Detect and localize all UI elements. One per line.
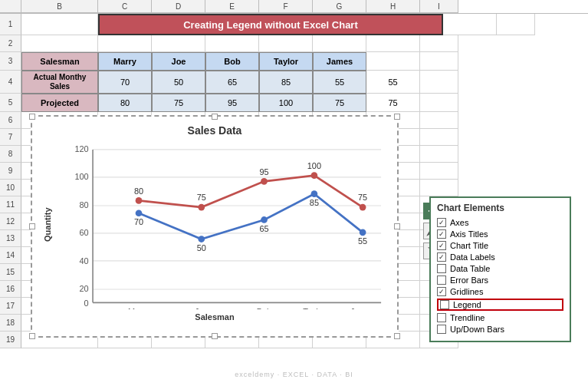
panel-item-chart-title[interactable]: Chart Title	[437, 241, 563, 250]
cell-i2[interactable]	[420, 35, 458, 52]
panel-item-label: Axes	[450, 218, 468, 227]
cell-actual-joe[interactable]: 50	[152, 71, 205, 94]
row-5: 5 Projected 80 75 95 100 75 75	[0, 94, 588, 112]
cell-joe-hdr[interactable]: Joe	[152, 52, 205, 71]
col-header-d: D	[152, 0, 205, 13]
row-3: 3 Salesman Marry Joe Bob Taylor James	[0, 52, 588, 71]
spreadsheet: B C D E F G H I 1 Creating Legend withou…	[0, 0, 588, 386]
panel-items-container: AxesAxis TitlesChart TitleData LabelsDat…	[437, 218, 563, 334]
cell-actual-james[interactable]: 55	[313, 71, 366, 94]
corner-cell	[0, 0, 21, 13]
watermark: exceldemy · EXCEL · DATA · BI	[235, 371, 353, 378]
checkbox-gridlines[interactable]	[437, 287, 446, 296]
row-4: 4 Actual Monthy Sales 70 50 65 85 55 55	[0, 71, 588, 94]
panel-item-trendline[interactable]: Trendline	[437, 313, 563, 322]
cell-i1[interactable]	[497, 14, 535, 35]
svg-text:100: 100	[74, 172, 88, 181]
cell-salesman[interactable]: Salesman	[21, 52, 98, 71]
chart-area[interactable]: Sales Data Quantity	[31, 115, 399, 338]
row-num-5: 5	[0, 94, 21, 112]
panel-item-data-labels[interactable]: Data Labels	[437, 252, 563, 262]
cell-b2[interactable]	[21, 35, 98, 52]
row-num-1: 1	[0, 14, 21, 35]
panel-item-label: Data Table	[450, 264, 490, 273]
panel-item-error-bars[interactable]: Error Bars	[437, 275, 563, 285]
cell-h2[interactable]	[366, 35, 420, 52]
cell-proj-joe[interactable]: 75	[152, 94, 205, 112]
x-axis-title: Salesman	[40, 312, 389, 322]
grid-body: 1 Creating Legend without Excel Chart 2 …	[0, 14, 588, 348]
svg-text:50: 50	[197, 243, 206, 252]
cell-taylor-hdr[interactable]: Taylor	[259, 52, 313, 71]
cell-b1[interactable]	[21, 14, 98, 35]
svg-text:75: 75	[197, 193, 206, 202]
chart-content: Quantity 120	[40, 140, 389, 309]
cell-d2[interactable]	[152, 35, 205, 52]
checkbox-trendline[interactable]	[437, 313, 446, 322]
checkbox-axis-titles[interactable]	[437, 229, 446, 239]
panel-item-data-table[interactable]: Data Table	[437, 264, 563, 273]
col-header-b: B	[21, 0, 98, 13]
svg-point-30	[136, 209, 143, 216]
row-num-4: 4	[0, 71, 21, 94]
panel-item-axes[interactable]: Axes	[437, 218, 563, 227]
cell-h1[interactable]	[443, 14, 497, 35]
cell-h3[interactable]	[366, 52, 420, 71]
panel-item-label: Up/Down Bars	[450, 325, 504, 334]
svg-point-22	[261, 178, 268, 185]
checkbox-data-labels[interactable]	[437, 252, 446, 262]
svg-text:65: 65	[259, 224, 268, 233]
panel-item-legend[interactable]: Legend	[437, 299, 563, 311]
svg-text:100: 100	[307, 161, 321, 170]
cell-actual-marry[interactable]: 70	[98, 71, 152, 94]
col-header-g: G	[313, 0, 366, 13]
cell-f2[interactable]	[259, 35, 313, 52]
cell-actual-bob[interactable]: 65	[205, 71, 259, 94]
y-axis-label: Quantity	[40, 140, 55, 309]
panel-item-label: Axis Titles	[450, 229, 488, 239]
svg-text:85: 85	[310, 198, 319, 207]
cell-h4[interactable]: 55	[366, 71, 420, 94]
svg-text:120: 120	[74, 144, 88, 153]
panel-item-up/down-bars[interactable]: Up/Down Bars	[437, 325, 563, 334]
svg-text:Joe: Joe	[195, 307, 209, 309]
cell-c2[interactable]	[98, 35, 152, 52]
cell-bob-hdr[interactable]: Bob	[205, 52, 259, 71]
col-header-i: I	[420, 0, 458, 13]
cell-james-hdr[interactable]: James	[313, 52, 366, 71]
cell-i4[interactable]	[420, 71, 458, 94]
cell-i3[interactable]	[420, 52, 458, 71]
checkbox-axes[interactable]	[437, 218, 446, 227]
svg-point-33	[311, 190, 318, 197]
cell-proj-bob[interactable]: 95	[205, 94, 259, 112]
checkbox-up/down-bars[interactable]	[437, 325, 446, 334]
svg-text:70: 70	[134, 217, 143, 226]
cell-proj-marry[interactable]: 80	[98, 94, 152, 112]
svg-point-20	[136, 197, 143, 204]
checkbox-chart-title[interactable]	[437, 241, 446, 250]
checkbox-legend[interactable]	[440, 300, 449, 309]
svg-text:80: 80	[134, 186, 143, 196]
cell-actual-label[interactable]: Actual Monthy Sales	[21, 71, 98, 94]
cell-proj-james[interactable]: 75	[313, 94, 366, 112]
svg-point-24	[360, 204, 366, 211]
checkbox-error-bars[interactable]	[437, 275, 446, 285]
cell-projected-label[interactable]: Projected	[21, 94, 98, 112]
cell-i5[interactable]	[420, 94, 458, 112]
panel-item-gridlines[interactable]: Gridlines	[437, 287, 563, 296]
col-header-h: H	[366, 0, 420, 13]
panel-item-label: Trendline	[450, 313, 485, 322]
cell-h5[interactable]: 75	[366, 94, 420, 112]
svg-point-34	[360, 229, 366, 236]
cell-proj-taylor[interactable]: 100	[259, 94, 313, 112]
chart-elements-panel: Chart Elements AxesAxis TitlesChart Titl…	[429, 196, 571, 342]
cell-marry-hdr[interactable]: Marry	[98, 52, 152, 71]
cell-e2[interactable]	[205, 35, 259, 52]
cell-actual-taylor[interactable]: 85	[259, 71, 313, 94]
cell-g2[interactable]	[313, 35, 366, 52]
svg-text:80: 80	[79, 200, 88, 209]
panel-item-label: Error Bars	[450, 275, 488, 285]
panel-item-axis-titles[interactable]: Axis Titles	[437, 229, 563, 239]
checkbox-data-table[interactable]	[437, 264, 446, 273]
row-num-2: 2	[0, 35, 21, 52]
